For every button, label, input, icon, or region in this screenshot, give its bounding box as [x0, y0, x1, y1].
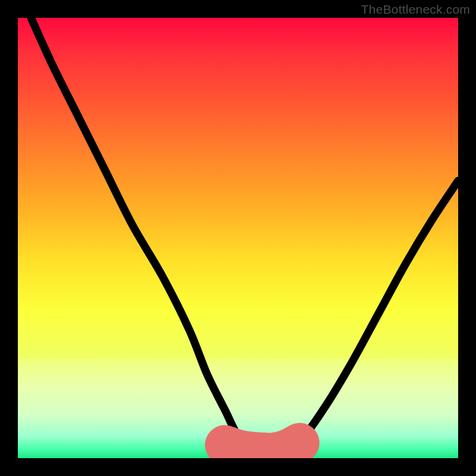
watermark-text: TheBottleneck.com: [361, 2, 470, 17]
plot-area: [18, 18, 458, 458]
curve-svg: [18, 18, 458, 458]
trough-end-dot: [218, 439, 231, 451]
trough-end-dot: [293, 437, 306, 449]
bottleneck-curve: [31, 18, 458, 455]
chart-frame: TheBottleneck.com: [0, 0, 476, 476]
trough-highlight: [225, 443, 300, 453]
